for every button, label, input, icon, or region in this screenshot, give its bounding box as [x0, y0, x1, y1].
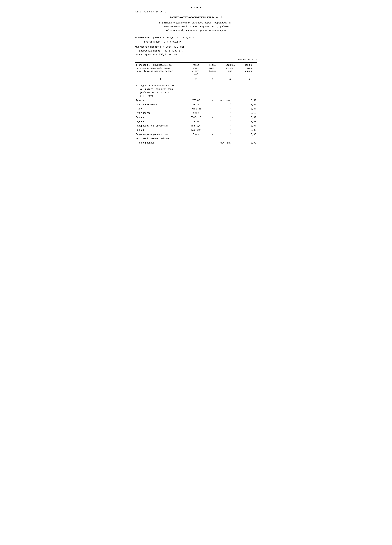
row-brand: КПС-4	[187, 111, 205, 115]
row-brand: БЗСС-1,0	[187, 115, 205, 120]
table-row: Трактор МТЗ-82 – маш.-смен 0,52	[135, 98, 257, 103]
row-name: Разбрасыватель удобрений	[135, 124, 187, 128]
row-unit: "	[219, 120, 241, 124]
col-header-5: Количе-ствоединиц	[241, 62, 257, 77]
table-row: Подкормщик-опрыскиватель П О У – " 0,03	[135, 132, 257, 136]
row-norm: –	[205, 128, 219, 132]
row-name: – 3-го разряда	[135, 141, 187, 145]
row-qty: 0,34	[241, 107, 257, 111]
row-name: Борона	[135, 115, 187, 120]
row-qty: 0,52	[241, 98, 257, 103]
row-name: Трактор	[135, 98, 187, 103]
section-header-text: I. Подготовка почвы по систе- ме чистого…	[135, 82, 257, 98]
row-norm: –	[205, 120, 219, 124]
row-brand: БЗС-040	[187, 128, 205, 132]
main-table: № операции, наименование ра-бот, шифр, п…	[135, 62, 257, 145]
col-header-3: Нормавыра-ботки	[205, 62, 219, 77]
col-header-1: № операции, наименование ра-бот, шифр, п…	[135, 62, 187, 77]
table-row: Борона БЗСС-1,0 – " 0,32	[135, 115, 257, 120]
table-row: Сцепка С-11У – " 0,02	[135, 120, 257, 124]
calc-label: Расчет на I га	[135, 58, 257, 61]
row-qty: 0,03	[241, 103, 257, 107]
table-row: П л у г ПЛН-3-35 – " 0,34	[135, 107, 257, 111]
row-unit: "	[219, 132, 241, 136]
row-norm: –	[205, 103, 219, 107]
row-qty: 0,12	[241, 111, 257, 115]
row-unit: маш.-смен	[219, 98, 241, 103]
doc-ref: т.п.р. 413-03-4.84 ал. 1	[135, 11, 257, 13]
col-header-4: Единицаизмере-ния	[219, 62, 241, 77]
col-num-3: 3	[205, 77, 219, 82]
page-number: - 231 -	[135, 6, 257, 9]
row-brand: МТЗ-82	[187, 98, 205, 103]
row-name: Прицеп	[135, 128, 187, 132]
info-block: Размещение: древесных пород – 0,7 х 0,25…	[135, 36, 257, 44]
col-num-4: 4	[219, 77, 241, 82]
row-brand: –	[187, 141, 205, 145]
quantity-trees: – древесных пород – 57,1 тыс. шт.	[136, 50, 257, 52]
row-name: Сцепка	[135, 120, 187, 124]
row-name: Подкормщик-опрыскиватель	[135, 132, 187, 136]
row-name: Самоходное шасси	[135, 103, 187, 107]
table-row: Прицеп БЗС-040 – " 0,06	[135, 128, 257, 132]
subtitle-line-1: Выращивание двухлетних саженцев березы б…	[159, 22, 233, 24]
row-brand: Т-16М	[187, 103, 205, 107]
subtitle-line-3: обыкновенной, калины и аронии черноплодн…	[166, 29, 226, 32]
table-row: – 3-го разряда – – чел.-дн. 0,02	[135, 141, 257, 145]
row-unit: "	[219, 111, 241, 115]
row-norm: –	[205, 98, 219, 103]
row-name: Культиватор	[135, 111, 187, 115]
row-unit: чел.-дн.	[219, 141, 241, 145]
row-norm: –	[205, 141, 219, 145]
table-header-row: № операции, наименование ра-бот, шифр, п…	[135, 62, 257, 77]
placement-shrubs: кустарников – 0,4 х 0,15 м	[144, 40, 257, 44]
col-numbers-row: I 2 3 4 5	[135, 77, 257, 82]
row-brand: С-11У	[187, 120, 205, 124]
table-row: Культиватор КПС-4 – " 0,12	[135, 111, 257, 115]
row-brand: П О У	[187, 132, 205, 136]
quantity-shrubs: – кустарников – 153,8 тыс. шт.	[136, 53, 257, 56]
row-name: П л у г	[135, 107, 187, 111]
col-header-2: Маркамашини ору-дий	[187, 62, 205, 77]
subtitle-line-2: липы мелколистной, клена остролистного, …	[163, 25, 229, 28]
row-qty: 0,02	[241, 120, 257, 124]
row-unit: "	[219, 124, 241, 128]
row-norm: –	[205, 115, 219, 120]
table-row: Разбрасыватель удобрений НРУ-0,5 – " 0,0…	[135, 124, 257, 128]
row-unit: "	[219, 107, 241, 111]
row-norm: –	[205, 124, 219, 128]
table-row: Лесохозяйственные рабочие:	[135, 136, 257, 141]
col-num-5: 5	[241, 77, 257, 82]
row-name: Лесохозяйственные рабочие:	[135, 136, 257, 141]
section-1-header: I. Подготовка почвы по систе- ме чистого…	[135, 82, 257, 98]
col-num-2: 2	[187, 77, 205, 82]
row-brand: ПЛН-3-35	[187, 107, 205, 111]
table-body: I. Подготовка почвы по систе- ме чистого…	[135, 82, 257, 145]
row-brand: НРУ-0,5	[187, 124, 205, 128]
row-norm: –	[205, 111, 219, 115]
placement-trees: Размещение: древесных пород – 0,7 х 0,25…	[135, 36, 257, 40]
subtitle-block: Выращивание двухлетних саженцев березы б…	[135, 21, 257, 32]
row-qty: 0,06	[241, 128, 257, 132]
row-norm: –	[205, 107, 219, 111]
row-unit: "	[219, 103, 241, 107]
row-qty: 0,32	[241, 115, 257, 120]
page-title: РАСЧЕТНО-ТЕХНОЛОГИЧЕСКАЯ КАРТА № 10	[135, 16, 257, 19]
quantity-label: Количество посадочных мест на I га:	[135, 46, 257, 48]
row-qty: 0,02	[241, 141, 257, 145]
row-norm: –	[205, 132, 219, 136]
col-num-1: I	[135, 77, 187, 82]
table-row: Самоходное шасси Т-16М – " 0,03	[135, 103, 257, 107]
row-unit: "	[219, 115, 241, 120]
row-qty: 0,04	[241, 124, 257, 128]
row-qty: 0,03	[241, 132, 257, 136]
row-unit: "	[219, 128, 241, 132]
